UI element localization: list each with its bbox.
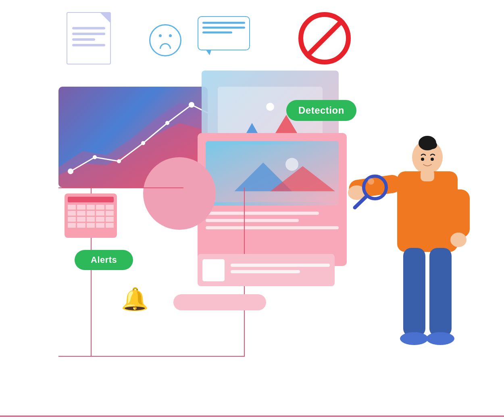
- document-lines: [72, 27, 105, 50]
- calendar-cell: [87, 217, 95, 222]
- chat-bubble-icon: [198, 16, 250, 50]
- calendar-cell: [68, 217, 76, 222]
- sad-mouth: [160, 43, 171, 49]
- bottom-pink-bar: [173, 294, 266, 310]
- decorative-circle: [143, 157, 216, 230]
- chat-line-1: [202, 22, 245, 24]
- ban-icon: [298, 12, 351, 64]
- svg-point-3: [93, 155, 97, 159]
- main-scene: Alerts 🔔 Detection: [0, 0, 504, 420]
- sad-eyes: [150, 34, 180, 37]
- svg-point-11: [285, 158, 298, 171]
- calendar-cell: [87, 211, 95, 216]
- calendar-cell: [77, 223, 85, 228]
- chat-line-2: [202, 27, 245, 29]
- calendar-cell: [68, 211, 76, 216]
- doc-line-2: [72, 33, 105, 35]
- calendar-cell: [68, 205, 76, 210]
- sad-eye-left: [159, 34, 162, 37]
- calendar-cell: [87, 205, 95, 210]
- bottom-red-line: [0, 416, 504, 417]
- svg-point-7: [189, 102, 194, 108]
- calendar-cell: [96, 217, 104, 222]
- svg-point-29: [431, 158, 434, 161]
- content-line-3: [206, 226, 339, 229]
- calendar-cell: [77, 217, 85, 222]
- content-line-1: [206, 212, 319, 215]
- chat-line-3: [202, 31, 232, 33]
- person-figure: [339, 133, 480, 395]
- svg-rect-20: [403, 248, 425, 337]
- doc-line-4: [72, 44, 105, 46]
- svg-point-22: [400, 332, 428, 345]
- calendar-cell: [96, 211, 104, 216]
- h-line-bottom: [58, 356, 244, 357]
- ban-diagonal-line: [304, 18, 345, 58]
- calendar-cell: [106, 211, 114, 216]
- svg-point-19: [450, 233, 467, 247]
- h-line-top: [58, 187, 183, 188]
- sad-face-icon: [149, 24, 181, 56]
- small-card-thumbnail: [202, 259, 225, 281]
- small-content-card: [198, 254, 335, 286]
- svg-rect-17: [448, 189, 470, 238]
- calendar-cell: [96, 223, 104, 228]
- calendar-header: [68, 197, 114, 202]
- detection-label: Detection: [286, 100, 356, 121]
- svg-point-5: [141, 141, 145, 145]
- ban-circle: [298, 12, 351, 64]
- calendar-cell: [77, 205, 85, 210]
- calendar-widget: [65, 193, 117, 238]
- svg-point-23: [426, 332, 454, 345]
- calendar-cell: [68, 223, 76, 228]
- calendar-grid: [68, 205, 114, 228]
- calendar-cell: [77, 211, 85, 216]
- content-line-2: [206, 219, 299, 222]
- circle-indicator: [266, 103, 274, 111]
- content-card-image: [206, 141, 339, 206]
- svg-point-6: [165, 121, 169, 125]
- svg-point-26: [368, 178, 374, 185]
- sad-eye-right: [169, 34, 172, 37]
- small-card-line-1: [231, 264, 330, 267]
- small-card-lines: [231, 264, 330, 277]
- content-card: [198, 133, 347, 266]
- calendar-cell: [106, 205, 114, 210]
- doc-line-1: [72, 27, 105, 29]
- calendar-cell: [87, 223, 95, 228]
- svg-rect-21: [429, 248, 452, 337]
- bell-icon: 🔔: [121, 286, 149, 312]
- calendar-cell: [96, 205, 104, 210]
- svg-rect-27: [421, 169, 434, 181]
- calendar-cell: [106, 223, 114, 228]
- svg-point-4: [117, 159, 121, 163]
- document-icon: [67, 12, 111, 64]
- doc-line-3: [72, 38, 95, 41]
- calendar-cell: [106, 217, 114, 222]
- alerts-label: Alerts: [75, 250, 133, 270]
- small-card-line-2: [231, 270, 300, 273]
- svg-point-14: [427, 141, 437, 149]
- sad-face-circle: [149, 24, 181, 56]
- svg-point-2: [68, 168, 73, 174]
- svg-point-28: [421, 158, 424, 161]
